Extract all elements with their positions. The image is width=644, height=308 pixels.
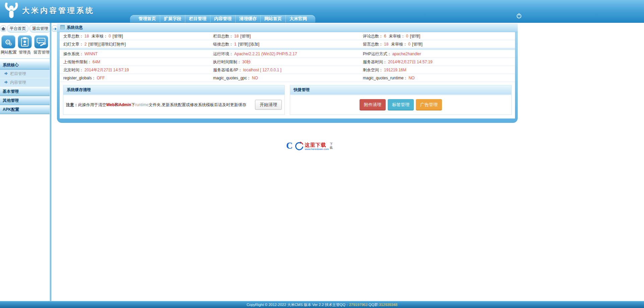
- note-admin: Admin: [119, 102, 131, 107]
- app-title: 大米内容管理系统: [22, 6, 94, 16]
- env-runtime: 运行环境：Apache/2.2.21 (Win32) PHP/5.2.17: [209, 50, 359, 58]
- tab-site-home[interactable]: 网站首页: [260, 15, 285, 22]
- panel-title-bar: 系统信息: [57, 23, 518, 32]
- env-label: 剩余空间：: [363, 68, 383, 72]
- tab-content-mgmt[interactable]: 内容管理: [210, 15, 235, 22]
- sidebar-menu: 系统核心 栏目管理 内容管理 基本管理 其他管理 APK配置: [0, 61, 50, 114]
- watermark-letter: C: [286, 141, 293, 150]
- env-free-space: 剩余空间：191219.16M: [359, 66, 509, 74]
- stat-value: 18: [384, 42, 388, 47]
- note-web: Web: [106, 102, 115, 107]
- shortcut-label: 留言管理: [34, 50, 49, 55]
- quick-section-body: 附件清理 标签管理 广告管理: [290, 95, 511, 114]
- note-text: 下: [131, 102, 135, 107]
- tab-dami-official[interactable]: 大米官网: [285, 15, 311, 22]
- stat-value: 18: [234, 34, 239, 38]
- tab-column-mgmt[interactable]: 栏目管理: [185, 15, 210, 22]
- panel-title: 系统信息: [67, 25, 83, 30]
- shortcut-site-config[interactable]: ⚙⚙ 网站配置: [1, 35, 16, 55]
- stat-label: 未审核：: [389, 34, 405, 38]
- stat-columns: 栏目总数：18[管理]: [209, 32, 359, 40]
- stat-links: 链接总数：1[管理][添加]: [209, 40, 359, 48]
- stat-manage-link[interactable]: [管理]: [410, 34, 420, 38]
- stat-comments: 评论总数：6未审核：0[管理]: [359, 32, 509, 40]
- env-server-time: 服务器时间：2014年2月27日 14:57:19: [359, 58, 509, 66]
- stat-add-link[interactable]: [添加]: [249, 42, 259, 47]
- env-value: NO: [252, 76, 258, 80]
- quick-button-1[interactable]: 标签管理: [388, 99, 414, 110]
- cache-clean-section: 系统缓存清理 注意：此操作用于清空Web和Admin下runtime文件夹,更新…: [63, 85, 285, 115]
- stat-label: 幻灯文章：: [63, 42, 83, 47]
- qq-number: 279197963: [349, 303, 368, 307]
- env-value: 30秒: [242, 60, 251, 64]
- table-icon: [60, 25, 65, 30]
- power-icon[interactable]: [516, 13, 522, 18]
- sidebar-top-bar: 平台首页 退出管理: [0, 23, 50, 34]
- env-label: PHP运行方式：: [363, 52, 391, 56]
- tab-admin-home[interactable]: 管理首页: [135, 15, 160, 22]
- cache-section-body: 注意：此操作用于清空Web和Admin下runtime文件夹,更新系统配置或修改…: [63, 95, 284, 114]
- env-value: localhost [ 127.0.0.1 ]: [243, 68, 281, 72]
- menu-group-system-core[interactable]: 系统核心: [0, 61, 50, 70]
- watermark-url: www.heredown.com: [305, 148, 329, 151]
- tab-extended-fields[interactable]: 扩展字段: [160, 15, 185, 22]
- exit-admin-button[interactable]: 退出管理: [29, 25, 51, 32]
- stat-manage-link[interactable]: [管理]: [412, 42, 423, 47]
- stat-value: 18: [84, 34, 89, 38]
- cache-section-title: 系统缓存清理: [63, 85, 284, 95]
- shortcut-label: 管理员: [17, 50, 33, 55]
- env-value: WINNT: [84, 52, 98, 56]
- menu-group-other-mgmt[interactable]: 其他管理: [0, 96, 50, 105]
- quick-mgmt-section: 快捷管理 附件清理 标签管理 广告管理: [290, 85, 512, 115]
- clipboard-user-icon: [18, 35, 32, 49]
- system-info-panel: 系统信息 文章总数：18未审核：0[管理] 栏目总数：18[管理] 评论总数：6…: [57, 23, 518, 123]
- shortcut-message-mgmt[interactable]: 留言管理: [34, 35, 49, 55]
- stat-value: 0: [408, 42, 410, 47]
- note-runtime: runtime: [135, 102, 148, 107]
- watermark-text: 这里下载 www.heredown.com: [305, 142, 329, 151]
- quick-button-2[interactable]: 广告管理: [416, 99, 442, 110]
- quick-button-0[interactable]: 附件清理: [360, 99, 386, 110]
- stat-label: 未审核：: [391, 42, 407, 47]
- stat-label: 栏目总数：: [213, 34, 233, 38]
- env-value: 2014年2月27日 14:57:19: [388, 60, 433, 64]
- env-label: magic_quotes_runtime：: [363, 76, 407, 80]
- stat-manage-link[interactable]: [管理]: [113, 34, 123, 38]
- quick-section-title: 快捷管理: [290, 85, 511, 95]
- env-value: NO: [408, 76, 414, 80]
- shortcut-administrator[interactable]: 管理员: [17, 35, 33, 55]
- menu-group-apk-config[interactable]: APK配置: [0, 105, 50, 114]
- env-label: 操作系统：: [63, 52, 83, 56]
- qq-group-label: QQ群:: [368, 303, 379, 307]
- tab-clear-cache[interactable]: 清理缓存: [235, 15, 260, 22]
- stat-slides: 幻灯文章：2[管理][清理幻灯附件]: [60, 40, 209, 48]
- main-content: 系统信息 文章总数：18未审核：0[管理] 栏目总数：18[管理] 评论总数：6…: [51, 23, 644, 308]
- stat-value: 1: [234, 42, 237, 47]
- arrow-right-icon: [4, 72, 8, 76]
- home-icon[interactable]: [1, 25, 6, 32]
- stat-manage-link[interactable]: [管理]: [240, 34, 251, 38]
- stat-value: 0: [109, 34, 111, 38]
- body: 平台首页 退出管理 ⚙⚙ 网站配置: [0, 23, 644, 308]
- env-magic-quotes-gpc: magic_quotes_gpc：NO: [209, 74, 359, 82]
- menu-item-column-mgmt[interactable]: 栏目管理: [0, 70, 50, 78]
- menu-group-basic-mgmt[interactable]: 基本管理: [0, 87, 50, 96]
- env-label: register_globals：: [63, 76, 96, 80]
- platform-home-button[interactable]: 平台首页: [7, 25, 28, 32]
- env-row: 北京时间：2014年2月27日 14:57:19 服务器域名/IP：localh…: [60, 66, 515, 74]
- sidebar-shortcuts: ⚙⚙ 网站配置 管理员: [0, 34, 50, 59]
- env-row: 上传附件限制：64M 执行时间限制：30秒 服务器时间：2014年2月27日 1…: [60, 58, 515, 66]
- stat-manage-link[interactable]: [管理]: [238, 42, 249, 47]
- env-value: 2014年2月27日 14:57:19: [84, 68, 129, 72]
- stat-clean-slide-link[interactable]: [清理幻灯附件]: [99, 42, 126, 47]
- stats-row: 幻灯文章：2[管理][清理幻灯附件] 链接总数：1[管理][添加] 留言总数：1…: [60, 40, 515, 48]
- note-and: 和: [115, 102, 119, 107]
- note-text: 此操作用于清空: [78, 102, 106, 107]
- gears-icon: ⚙⚙: [1, 35, 15, 49]
- app-logo-icon: [5, 3, 18, 19]
- menu-item-content-mgmt[interactable]: 内容管理: [0, 78, 50, 87]
- stat-manage-link[interactable]: [管理]: [88, 42, 99, 47]
- start-clean-button[interactable]: 开始清理: [255, 100, 282, 110]
- main-nav: 管理首页 扩展字段 栏目管理 内容管理 清理缓存 网站首页 大米官网: [130, 15, 315, 22]
- page: 大米内容管理系统 管理首页 扩展字段 栏目管理 内容管理 清理缓存 网站首页 大…: [0, 0, 644, 308]
